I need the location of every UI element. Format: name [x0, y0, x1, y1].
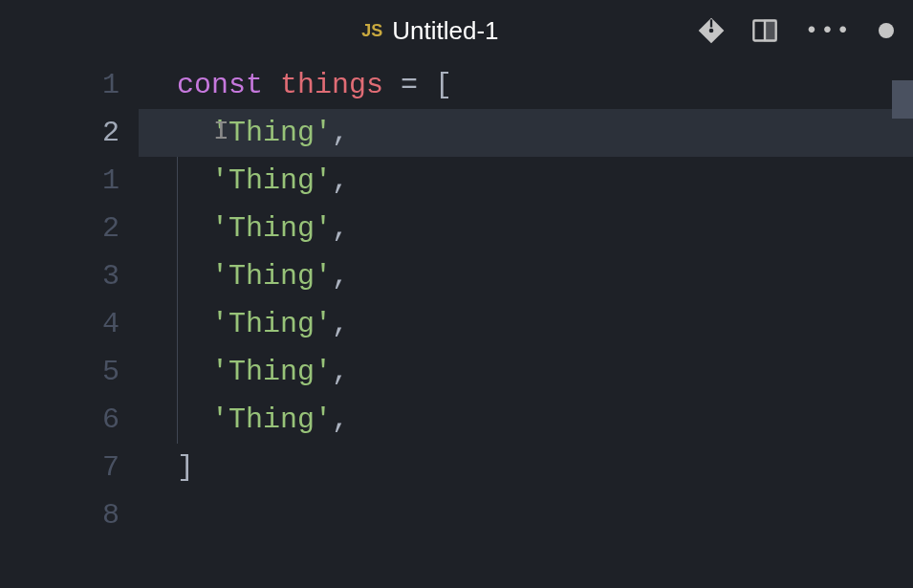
bracket-token: [	[435, 69, 452, 101]
source-control-icon[interactable]	[698, 17, 725, 44]
code-area[interactable]: const things = [ 'Thing', 'Thing', 'Thin…	[139, 61, 913, 588]
bracket-token: ]	[177, 451, 194, 484]
string-token: 'Thing'	[211, 117, 332, 149]
line-number[interactable]: 3	[0, 252, 120, 300]
js-file-icon: JS	[361, 21, 382, 41]
code-line[interactable]: 'Thing',	[177, 157, 913, 205]
variable-token: things	[280, 69, 383, 101]
code-line[interactable]	[177, 491, 913, 539]
comma-token: ,	[332, 356, 349, 388]
line-number[interactable]: 2	[0, 205, 120, 252]
code-line[interactable]: 'Thing',	[139, 109, 913, 157]
line-number[interactable]: 1	[0, 61, 120, 109]
string-token: 'Thing'	[211, 403, 332, 436]
dirty-indicator-icon[interactable]	[879, 23, 894, 38]
comma-token: ,	[332, 260, 349, 293]
split-editor-icon[interactable]	[751, 17, 778, 44]
more-actions-icon[interactable]: •••	[805, 18, 852, 44]
line-number[interactable]: 7	[0, 444, 120, 491]
editor-tab[interactable]: JS Untitled-1	[361, 16, 498, 46]
code-line[interactable]: 'Thing',	[177, 396, 913, 444]
tab-area: JS Untitled-1	[163, 16, 698, 46]
toolbar-right: •••	[698, 17, 894, 44]
comma-token: ,	[332, 164, 349, 197]
string-token: 'Thing'	[211, 308, 332, 340]
code-line[interactable]: 'Thing',	[177, 252, 913, 300]
code-line[interactable]: 'Thing',	[177, 348, 913, 396]
scrollbar-thumb[interactable]	[892, 80, 913, 119]
file-name: Untitled-1	[392, 16, 498, 46]
svg-rect-3	[765, 21, 776, 41]
code-line[interactable]: 'Thing',	[177, 300, 913, 348]
line-number[interactable]: 2	[0, 109, 120, 157]
comma-token: ,	[332, 403, 349, 436]
comma-token: ,	[332, 117, 349, 149]
editor[interactable]: 1 2 1 2 3 4 5 6 7 8 const things = [ 'Th…	[0, 61, 913, 588]
titlebar: JS Untitled-1 •••	[0, 0, 913, 61]
code-line[interactable]: const things = [	[177, 61, 913, 109]
line-number[interactable]: 1	[0, 157, 120, 205]
line-number[interactable]: 4	[0, 300, 120, 348]
string-token: 'Thing'	[211, 164, 332, 197]
line-number[interactable]: 5	[0, 348, 120, 396]
line-number[interactable]: 6	[0, 396, 120, 444]
keyword-token: const	[177, 69, 263, 101]
comma-token: ,	[332, 212, 349, 245]
comma-token: ,	[332, 308, 349, 340]
line-number[interactable]: 8	[0, 491, 120, 539]
operator-token: =	[401, 69, 418, 101]
line-number-gutter[interactable]: 1 2 1 2 3 4 5 6 7 8	[0, 61, 139, 588]
string-token: 'Thing'	[211, 356, 332, 388]
string-token: 'Thing'	[211, 212, 332, 245]
svg-point-0	[707, 28, 714, 34]
code-line[interactable]: 'Thing',	[177, 205, 913, 252]
scrollbar-track[interactable]	[892, 61, 913, 588]
code-line[interactable]: ]	[177, 444, 913, 491]
string-token: 'Thing'	[211, 260, 332, 293]
